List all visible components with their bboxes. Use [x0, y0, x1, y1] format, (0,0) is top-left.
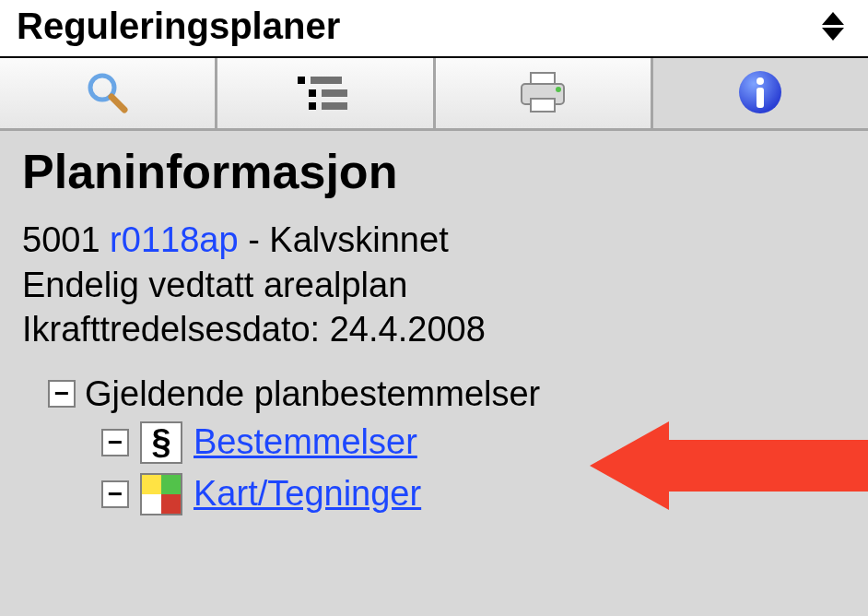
legend-icon	[296, 75, 355, 112]
plan-id-line: 5001 r0118ap - Kalvskinnet	[22, 218, 846, 263]
kart-link[interactable]: Kart/Tegninger	[194, 474, 421, 514]
svg-rect-5	[322, 89, 347, 97]
tab-search[interactable]	[0, 58, 217, 128]
plan-date-line: Ikrafttredelsesdato: 24.4.2008	[22, 307, 846, 352]
svg-line-1	[111, 97, 124, 110]
svg-rect-4	[309, 89, 316, 97]
search-icon	[84, 69, 132, 117]
bestemmelser-link[interactable]: Bestemmelser	[194, 422, 417, 462]
svg-point-13	[757, 77, 764, 85]
layer-dropdown[interactable]: Reguleringsplaner	[0, 0, 868, 58]
svg-rect-11	[531, 99, 555, 112]
collapse-toggle[interactable]	[101, 480, 129, 508]
tab-info[interactable]	[653, 58, 868, 128]
svg-rect-3	[311, 77, 342, 84]
tree-item-bestemmelser: § Bestemmelser	[101, 421, 846, 464]
plan-info-panel: Reguleringsplaner	[0, 0, 868, 515]
collapse-toggle[interactable]	[48, 380, 76, 408]
toolbar-tabs	[0, 58, 868, 131]
svg-rect-2	[298, 77, 305, 84]
dropdown-label: Reguleringsplaner	[17, 6, 340, 47]
tree-children: § Bestemmelser Kart/Tegninger	[48, 421, 846, 515]
tree-root-label: Gjeldende planbestemmelser	[85, 374, 540, 414]
printer-icon	[518, 71, 568, 115]
plan-id-link[interactable]: r0118ap	[110, 220, 238, 259]
tab-legend[interactable]	[217, 58, 435, 128]
tree-root-row: Gjeldende planbestemmelser	[48, 374, 846, 414]
info-icon	[737, 69, 783, 115]
date-label: Ikrafttredelsesdato:	[22, 310, 320, 349]
content-area: Planinformasjon 5001 r0118ap - Kalvskinn…	[0, 131, 868, 515]
date-value: 24.4.2008	[330, 310, 486, 349]
plan-status: Endelig vedtatt arealplan	[22, 263, 846, 308]
municipality-code: 5001	[22, 220, 100, 259]
page-title: Planinformasjon	[22, 144, 846, 199]
tab-print[interactable]	[436, 58, 653, 128]
section-icon: §	[140, 421, 182, 464]
tree-item-kart: Kart/Tegninger	[101, 473, 846, 515]
updown-arrows-icon	[822, 12, 851, 41]
map-icon	[140, 473, 182, 515]
separator: -	[248, 220, 269, 259]
svg-rect-6	[309, 102, 316, 110]
svg-rect-8	[531, 73, 555, 84]
svg-point-10	[556, 87, 561, 92]
collapse-toggle[interactable]	[101, 429, 129, 456]
svg-rect-14	[757, 88, 764, 108]
svg-rect-7	[322, 102, 347, 110]
documents-tree: Gjeldende planbestemmelser § Bestemmelse…	[22, 374, 846, 515]
plan-name: Kalvskinnet	[269, 220, 448, 259]
